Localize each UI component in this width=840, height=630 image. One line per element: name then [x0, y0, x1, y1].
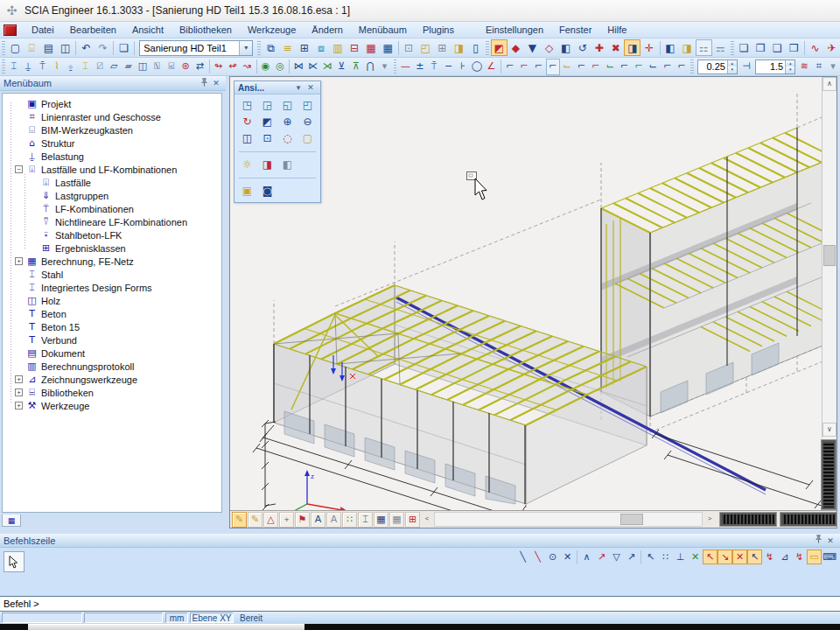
cross-join-button[interactable]: ⋈ — [291, 59, 305, 75]
polyline-edit-button[interactable]: ⌐ — [589, 59, 603, 75]
labels-members-button[interactable]: A — [326, 512, 341, 528]
view-z-button[interactable]: ◱ — [277, 96, 298, 113]
plate-button[interactable]: ▱ — [107, 59, 121, 75]
clip-box-button[interactable]: ▢ — [298, 130, 318, 146]
dimension-line-button[interactable]: — — [398, 59, 412, 75]
zoom-selection-button[interactable]: ◌ — [277, 130, 298, 146]
command-input[interactable]: Befehl > — [0, 596, 840, 612]
tolerance-button[interactable]: ± — [413, 59, 427, 75]
panel-dock-tab[interactable]: ▦ — [2, 514, 21, 527]
move-node-button[interactable]: ⌐ — [661, 59, 675, 75]
volumes-button[interactable]: △ — [263, 512, 278, 528]
vertical-scrollbar[interactable]: ∧ ∨ — [822, 77, 836, 438]
image-capture-button[interactable]: ◨ — [679, 39, 696, 56]
snap-polygon-button[interactable]: ⊿ — [777, 550, 792, 564]
project-combo[interactable]: ▾ — [139, 40, 253, 56]
menu-einstellungen[interactable] — [462, 22, 478, 38]
tree-item-belastung[interactable]: ⍊Belastung — [15, 150, 221, 163]
pin-icon[interactable] — [198, 78, 210, 89]
tree-item-design-forms[interactable]: ⌶Integriertes Design Forms — [15, 281, 221, 294]
render-solid-button[interactable]: ◨ — [257, 156, 277, 172]
table-results-button[interactable]: ▦ — [380, 39, 396, 56]
union-button[interactable]: ⊻ — [334, 59, 348, 75]
tree-item-stahl[interactable]: ⌶Stahl — [15, 268, 221, 281]
attributes-button[interactable]: ⊟ — [346, 39, 362, 56]
open-project-button[interactable]: ⌺ — [24, 39, 40, 56]
calculator-button[interactable]: ⊞ — [434, 39, 451, 56]
view-parameters-button[interactable]: ◙ — [257, 182, 277, 199]
render-wire-button[interactable]: ◧ — [277, 156, 298, 172]
storeys-button[interactable]: ⊞ — [296, 39, 312, 56]
tree-item-berechnungsprotokoll[interactable]: ▥Berechnungsprotokoll — [15, 360, 221, 373]
remove-from-selection-button[interactable]: ✖ — [607, 39, 624, 56]
copy-add-button[interactable]: ❑ — [769, 39, 786, 56]
panel-button[interactable]: ◫ — [136, 59, 150, 75]
angle-tool-button[interactable]: ∠ — [484, 59, 498, 75]
undo-button[interactable]: ↶ — [78, 39, 94, 56]
menu-bibliotheken[interactable]: Bibliotheken — [172, 22, 240, 38]
reverse-orientation-button[interactable]: ⇄ — [192, 59, 206, 75]
load-panel-button[interactable]: ⍂ — [150, 59, 164, 75]
close-icon[interactable]: ✕ — [824, 535, 836, 546]
zoom-window-button[interactable]: ◫ — [237, 130, 257, 146]
snap-step-spinner[interactable]: ▴▾ — [697, 60, 738, 74]
cross-right-button[interactable]: ⋊ — [320, 59, 334, 75]
connect-members-button[interactable]: ↬ — [212, 59, 226, 75]
menu-fenster[interactable]: Fenster — [551, 22, 599, 38]
fillet-button[interactable]: ⌐ — [503, 59, 517, 75]
bim-toolbox-button[interactable]: ⧉ — [262, 39, 279, 56]
new-project-button[interactable]: ▢ — [7, 39, 24, 56]
arc-tool-button[interactable]: ⌐ — [617, 59, 631, 75]
offset-button[interactable]: ⌙ — [646, 59, 660, 75]
previous-selection-button[interactable]: ◨ — [624, 39, 640, 56]
intersect-button[interactable]: ⋂ — [363, 59, 377, 75]
circle-tool-button[interactable]: ◯ — [470, 59, 484, 75]
project-combo-input[interactable] — [140, 41, 239, 55]
calculator-tool-button[interactable]: ⌨ — [822, 550, 836, 564]
snap-delete-button[interactable]: ✕ — [560, 550, 575, 564]
toolbar-grip[interactable] — [690, 60, 694, 74]
visibility-all-button[interactable]: ◎ — [273, 59, 287, 75]
subregion-button[interactable]: ⍃ — [164, 59, 178, 75]
engineering-report-button[interactable]: ◨ — [451, 39, 467, 56]
table-input-button[interactable]: ▦ — [362, 39, 379, 56]
toolbar-grip[interactable] — [2, 41, 5, 55]
menu-ansicht[interactable]: Ansicht — [124, 22, 172, 38]
bezier-tool-button[interactable]: ⌐ — [632, 59, 646, 75]
tree-item-lastgruppen[interactable]: ⇓Lastgruppen — [29, 189, 221, 202]
view-toolbar-header[interactable]: Ansi... ▾ ✕ — [234, 81, 320, 94]
tree-item-berechnung[interactable]: +▦Berechnung, FE-Netz — [15, 255, 221, 268]
measure-tool-button[interactable]: ▭ — [807, 550, 822, 564]
tree-item-bibliotheken[interactable]: +⌸Bibliotheken — [15, 386, 221, 399]
save-button[interactable]: ◫ — [57, 39, 74, 56]
activity-button[interactable]: ⧈ — [312, 39, 329, 56]
toolbar-grip[interactable] — [2, 60, 5, 74]
extend-button[interactable]: ⌐ — [546, 59, 560, 75]
mesh-display-button[interactable]: ⊞ — [405, 512, 420, 528]
snap-step-input[interactable] — [698, 60, 727, 74]
table-blue-button[interactable]: ▦ — [374, 512, 388, 528]
level-mark-button[interactable]: ⍑ — [427, 59, 441, 75]
arbitrary-member-button[interactable]: ⌶ — [78, 59, 92, 75]
print-button[interactable]: ⊡ — [401, 39, 417, 56]
print-preview-button[interactable]: ◰ — [417, 39, 434, 56]
grid-snap-button[interactable]: ∷ — [658, 550, 673, 564]
hinge-button[interactable]: ↫ — [226, 59, 240, 75]
cross-left-button[interactable]: ⋉ — [305, 59, 319, 75]
snap-line-active-button[interactable]: ╲ — [530, 550, 545, 564]
tree-item-beton[interactable]: TBeton — [15, 307, 221, 320]
cursor-step-button[interactable]: ⊣ — [739, 59, 753, 75]
loads-display-button[interactable]: ⍖ — [279, 512, 294, 528]
haunch-button[interactable]: ⍚ — [64, 59, 78, 75]
snap-circle-button[interactable]: ⊙ — [545, 550, 560, 564]
snap-tangent-button[interactable]: ↯ — [762, 550, 777, 564]
snap-line-button[interactable]: ╲ — [515, 550, 530, 564]
internal-node-button[interactable]: ⊛ — [178, 59, 192, 75]
delete-node-button[interactable]: ⌐ — [675, 59, 689, 75]
labels-nodes-button[interactable]: A — [311, 512, 326, 528]
zoom-all-button[interactable]: ⊡ — [257, 130, 277, 146]
feedback-lips-button[interactable]: ∿ — [807, 39, 823, 56]
toolbar-grip[interactable] — [257, 41, 261, 55]
opening-button[interactable]: ⍁ — [93, 59, 107, 75]
scroll-up-icon[interactable]: ∧ — [822, 77, 836, 91]
